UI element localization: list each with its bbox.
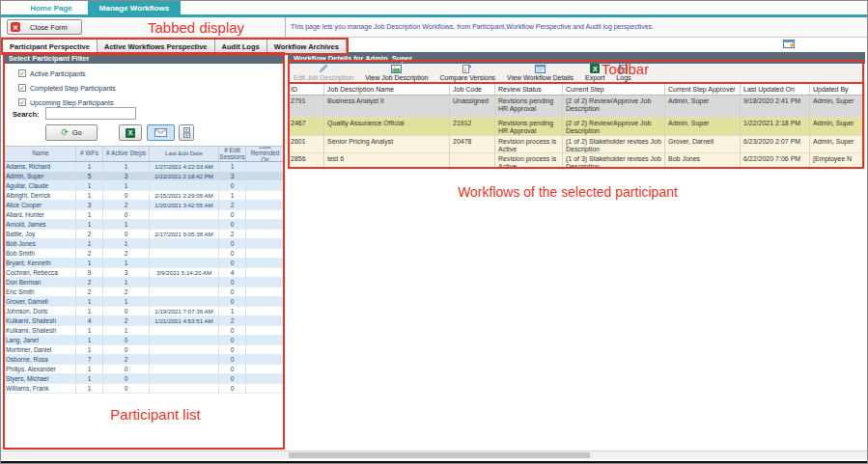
table-cell: Revision process is Active: [495, 136, 563, 153]
participant-row[interactable]: Albright, Derrick102/15/2021 2:29:05 AM1: [3, 191, 285, 201]
table-cell: 3/9/2021 5:14:20 AM: [150, 268, 219, 278]
participant-row[interactable]: Kulkarni, Shailesh421/21/2021 4:53:51 AM…: [3, 316, 285, 326]
col-current-step[interactable]: Current Step: [563, 83, 665, 95]
participant-row[interactable]: Bob Smith220: [3, 249, 285, 259]
table-cell: [150, 384, 219, 394]
table-cell: Business Analyst II: [324, 96, 450, 118]
table-cell: 0: [219, 278, 246, 287]
table-cell: [246, 355, 285, 365]
export-excel-button[interactable]: X: [119, 124, 142, 141]
participant-row[interactable]: Williams, Frank100: [3, 384, 285, 394]
table-cell: [246, 230, 285, 239]
participant-row[interactable]: Bryant, Kenneth110: [3, 259, 285, 268]
table-cell: 3: [103, 268, 150, 278]
checkbox-checked-icon[interactable]: ✓: [18, 98, 26, 106]
participant-row[interactable]: Battle, Joy202/17/2021 9:05:38 AM2: [3, 230, 285, 239]
participant-row[interactable]: Allard, Hunter100: [3, 210, 285, 220]
table-cell: 0: [219, 181, 246, 191]
workflow-row[interactable]: 2467Quality Assurance Official21912Revis…: [288, 118, 865, 136]
table-cell: Arnold, James: [3, 220, 76, 230]
form-edit-icon[interactable]: [783, 40, 796, 49]
workflow-row[interactable]: 2601Senior Pricing Analyst20478Revision …: [288, 136, 865, 153]
workflow-row[interactable]: 2856test 6Revision process is Active(1 o…: [288, 153, 865, 168]
tab-participant-perspective[interactable]: Participant Perspective: [3, 40, 98, 53]
col-review-status[interactable]: Review Status: [495, 83, 563, 95]
col-job-description-name[interactable]: Job Description Name: [324, 83, 450, 95]
tab-audit-logs[interactable]: Audit Logs: [215, 40, 267, 53]
search-input[interactable]: [45, 107, 136, 120]
table-cell: 0: [219, 239, 246, 249]
col-updated-by[interactable]: Updated By: [810, 83, 865, 95]
col-job-code[interactable]: Job Code: [450, 83, 495, 95]
panel-toggle-button[interactable]: [179, 124, 194, 141]
table-cell: 0: [219, 365, 246, 374]
go-button[interactable]: ⟳ Go: [45, 124, 98, 141]
tab-active-workflows-perspective[interactable]: Active Workflows Perspective: [98, 40, 215, 53]
horizontal-scrollbar[interactable]: [1, 450, 868, 459]
table-cell: [246, 374, 285, 384]
col-current-step-approver[interactable]: Current Step Approver: [665, 83, 741, 95]
col-edit-sessions[interactable]: # Edit Sessions: [219, 147, 246, 161]
table-cell: 21912: [450, 118, 495, 136]
close-form-button[interactable]: ✕ Close Form: [7, 19, 82, 35]
participant-row[interactable]: Adams, Richard111/27/2021 4:22:03 AM1: [3, 162, 285, 172]
checkbox-checked-icon[interactable]: ✓: [18, 69, 26, 77]
window-details-icon: [535, 64, 546, 73]
participant-row[interactable]: Admin, Super531/22/2021 2:18:42 PM3: [3, 172, 285, 181]
table-cell: Bob Jones: [3, 239, 76, 249]
participant-row[interactable]: Osborne, Rosa720: [3, 355, 285, 365]
filter-completed-step-participants[interactable]: ✓ Completed Step Participants: [18, 83, 116, 93]
workflow-row[interactable]: 2791Business Analyst IIUnassignedRevisio…: [288, 96, 865, 118]
participant-row[interactable]: Mortimer, Daniel100: [3, 345, 285, 355]
participant-row[interactable]: Alice Cooper321/20/2021 3:42:55 AM2: [3, 201, 285, 210]
col-last-updated-on[interactable]: Last Updated On: [741, 83, 810, 95]
tab-home-page[interactable]: Home Page: [14, 1, 88, 14]
filter-upcoming-step-participants[interactable]: ✓ Upcoming Step Participants: [18, 97, 113, 107]
table-cell: Admin, Super: [665, 96, 741, 118]
send-mail-button[interactable]: [147, 124, 175, 141]
participant-row[interactable]: Lang, Janet100: [3, 336, 285, 345]
table-cell: 1: [76, 259, 103, 268]
table-cell: Osborne, Rosa: [3, 355, 76, 365]
table-cell: [246, 191, 285, 201]
table-cell: [150, 326, 219, 336]
col-id[interactable]: ID: [288, 83, 324, 95]
table-cell: 1: [219, 191, 246, 201]
participant-row[interactable]: Aguilar, Claude110: [3, 181, 285, 191]
participant-row[interactable]: Philips, Alexander100: [3, 365, 285, 374]
compare-versions-button[interactable]: 1 Compare Versions: [440, 64, 496, 81]
col-last-edit-date[interactable]: Last Edit Date: [150, 147, 219, 161]
horizontal-scrollbar-thumb[interactable]: [289, 452, 590, 458]
tab-workflow-archives[interactable]: Workflow Archives: [267, 40, 347, 53]
table-cell: 0: [219, 249, 246, 259]
table-cell: Don Berman: [3, 278, 76, 287]
view-workflow-details-button[interactable]: View Workflow Details: [507, 64, 574, 81]
participant-row[interactable]: Kulkarni, Shailesh110: [3, 326, 285, 336]
filter-active-participants[interactable]: ✓ Active Participants: [18, 68, 86, 78]
tab-manage-workflows[interactable]: Manage Workflows: [88, 1, 181, 14]
table-cell: [246, 326, 285, 336]
workflow-table-body: 2791Business Analyst IIUnassignedRevisio…: [288, 96, 865, 168]
col-wfs[interactable]: # WFs: [76, 147, 103, 161]
table-cell: 1: [76, 336, 103, 345]
participant-row[interactable]: Styers, Michael100: [3, 374, 285, 384]
participant-row[interactable]: Don Berman210: [3, 278, 285, 287]
participant-row[interactable]: Arnold, James110: [3, 220, 285, 230]
participant-row[interactable]: Grover, Darnell110: [3, 297, 285, 307]
checkbox-checked-icon[interactable]: ✓: [18, 84, 26, 92]
table-cell: [246, 220, 285, 230]
participant-row[interactable]: Bob Jones110: [3, 239, 285, 249]
col-last-reminded[interactable]: Last Reminded On: [246, 147, 285, 161]
view-job-description-button[interactable]: View Job Description: [365, 64, 428, 81]
participant-row[interactable]: Johnson, Doris101/19/2021 7:07:36 AM1: [3, 307, 285, 316]
table-cell: Philips, Alexander: [3, 365, 76, 374]
table-cell: [246, 162, 285, 172]
col-active-steps[interactable]: # Active Steps: [103, 147, 150, 161]
participant-row[interactable]: Eric Smith220: [3, 287, 285, 297]
participant-row[interactable]: Cochran, Rebecca933/9/2021 5:14:20 AM4: [3, 268, 285, 278]
table-cell: Styers, Michael: [3, 374, 76, 384]
col-name[interactable]: Name: [3, 147, 76, 161]
refresh-icon: ⟳: [61, 128, 69, 137]
edit-job-description-button[interactable]: Edit Job Description: [294, 64, 353, 81]
table-cell: 0: [103, 210, 150, 220]
